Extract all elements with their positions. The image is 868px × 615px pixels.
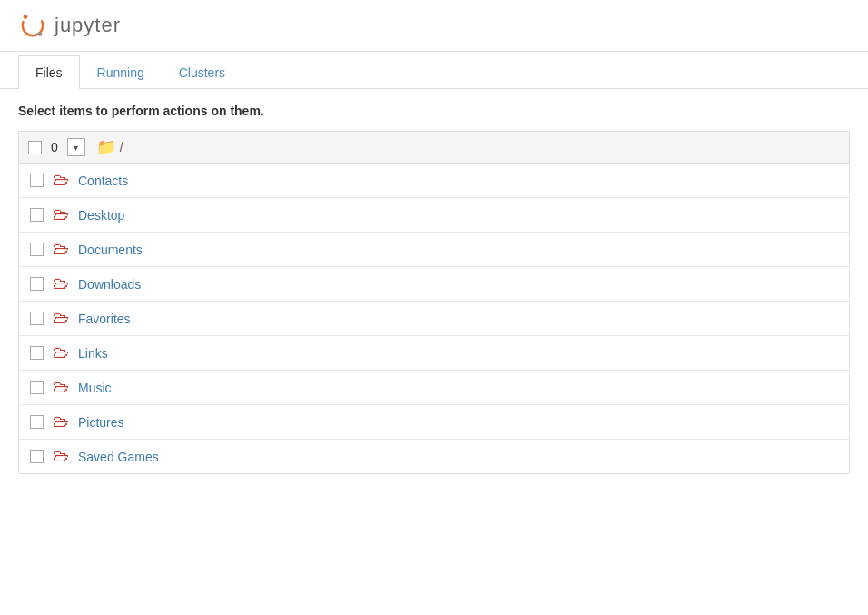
file-link[interactable]: Desktop <box>78 208 124 223</box>
row-checkbox[interactable] <box>30 208 44 222</box>
folder-icon: 🗁 <box>53 240 69 259</box>
folder-icon: 🗁 <box>53 309 69 328</box>
row-checkbox[interactable] <box>30 174 44 187</box>
file-browser: 0 ▾ 📁 / 🗁Contacts🗁Desktop🗁Documents🗁Down… <box>18 131 850 474</box>
file-link[interactable]: Pictures <box>78 415 124 430</box>
table-row: 🗁Contacts <box>19 164 849 198</box>
breadcrumb: 📁 / <box>96 137 123 157</box>
row-checkbox[interactable] <box>30 450 44 463</box>
root-folder-icon: 📁 <box>96 137 116 157</box>
select-all-cb-box[interactable] <box>28 141 42 154</box>
tab-files[interactable]: Files <box>18 55 80 89</box>
main-content: Select items to perform actions on them.… <box>0 89 868 474</box>
app-title: jupyter <box>54 14 121 37</box>
row-checkbox[interactable] <box>30 346 44 360</box>
folder-icon: 🗁 <box>53 274 69 293</box>
instructions-text: Select items to perform actions on them. <box>18 104 850 118</box>
jupyter-logo-icon <box>18 11 47 40</box>
tabs-bar: Files Running Clusters <box>0 55 868 89</box>
file-link[interactable]: Links <box>78 346 108 361</box>
folder-icon: 🗁 <box>53 378 69 397</box>
table-row: 🗁Pictures <box>19 405 849 440</box>
row-checkbox[interactable] <box>30 415 44 429</box>
row-checkbox[interactable] <box>30 277 44 291</box>
table-row: 🗁Music <box>19 371 849 405</box>
row-checkbox[interactable] <box>30 312 44 325</box>
table-row: 🗁Favorites <box>19 302 849 336</box>
folder-icon: 🗁 <box>53 205 69 224</box>
folder-icon: 🗁 <box>53 171 69 190</box>
file-link[interactable]: Contacts <box>78 174 128 188</box>
tab-clusters[interactable]: Clusters <box>162 55 242 89</box>
tab-running[interactable]: Running <box>80 55 162 89</box>
row-checkbox[interactable] <box>30 243 44 256</box>
file-link[interactable]: Favorites <box>78 312 131 326</box>
folder-icon: 🗁 <box>53 447 69 466</box>
selected-count: 0 <box>47 140 62 154</box>
table-row: 🗁Desktop <box>19 198 849 233</box>
table-row: 🗁Links <box>19 336 849 371</box>
toolbar-row: 0 ▾ 📁 / <box>19 132 849 164</box>
file-link[interactable]: Music <box>78 381 112 395</box>
table-row: 🗁Downloads <box>19 267 849 302</box>
file-link[interactable]: Saved Games <box>78 450 159 464</box>
table-row: 🗁Documents <box>19 233 849 267</box>
dropdown-arrow-btn[interactable]: ▾ <box>67 138 85 156</box>
svg-point-2 <box>38 32 43 36</box>
row-checkbox[interactable] <box>30 381 44 394</box>
select-all-checkbox[interactable] <box>28 141 42 154</box>
file-link[interactable]: Documents <box>78 243 143 257</box>
folder-icon: 🗁 <box>53 412 69 431</box>
file-link[interactable]: Downloads <box>78 277 141 292</box>
table-row: 🗁Saved Games <box>19 440 849 473</box>
app-header: jupyter <box>0 0 868 52</box>
breadcrumb-slash: / <box>120 140 123 154</box>
file-list: 🗁Contacts🗁Desktop🗁Documents🗁Downloads🗁Fa… <box>19 164 849 473</box>
svg-point-1 <box>24 15 28 19</box>
folder-icon: 🗁 <box>53 343 69 362</box>
